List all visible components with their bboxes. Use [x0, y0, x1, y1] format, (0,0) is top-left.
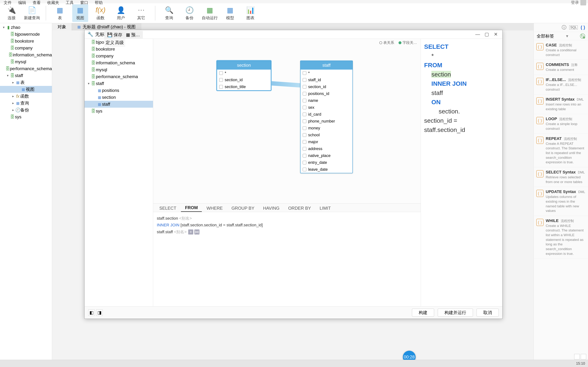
column-row[interactable]: name — [301, 97, 353, 104]
tab-untitled-view[interactable]: ▦无标题 @staff (zhao) - 视图 — [72, 23, 141, 30]
tree-db[interactable]: 🗄information_schema — [0, 51, 52, 58]
layout-a-button[interactable] — [574, 354, 580, 359]
dialog-titlebar[interactable]: 🔧 无标题 - 视图创建工具 — ▢ ✕ — [85, 30, 502, 39]
column-row[interactable]: * — [217, 70, 271, 76]
close-button[interactable]: ✕ — [492, 31, 500, 38]
column-checkbox[interactable] — [303, 168, 306, 171]
menu-view[interactable]: 查看 — [33, 0, 41, 3]
toggle-relations[interactable]: 表关系 — [379, 40, 394, 45]
subtab-advanced[interactable]: 高级 — [115, 40, 124, 45]
menu-help[interactable]: 帮助 — [95, 0, 103, 3]
column-row[interactable]: * — [301, 70, 353, 76]
tool-backup[interactable]: 🕘备份 — [182, 4, 198, 22]
tool-other[interactable]: ⋯其它 — [133, 4, 149, 22]
column-checkbox[interactable] — [303, 154, 306, 158]
dlg-tree-table[interactable]: ▦section — [85, 94, 153, 101]
menu-fav[interactable]: 收藏夹 — [47, 0, 59, 3]
snippet-item[interactable]: ( )REPEAT 流程控制Create A REPEAT construct.… — [534, 134, 588, 167]
dlg-tree-db[interactable]: 🗄performance_schema — [85, 73, 153, 80]
snippet-item[interactable]: ( )WHILE 流程控制Create a WHILE construct. T… — [534, 216, 588, 259]
tool-connection[interactable]: 🔌连接 — [4, 4, 20, 22]
column-checkbox[interactable] — [303, 92, 306, 95]
save-button[interactable]: 💾保存 — [106, 31, 124, 38]
menu-window[interactable]: 窗口 — [80, 0, 88, 3]
column-checkbox[interactable] — [303, 147, 306, 150]
maximize-button[interactable]: ▢ — [483, 31, 490, 38]
column-row[interactable]: leave_date — [301, 166, 353, 173]
snippet-item[interactable]: ( )COMMENTS 注释Create a comment — [534, 60, 588, 75]
tool-view[interactable]: ▦视图 — [72, 4, 88, 22]
dlg-tree-table[interactable]: ▦positions — [85, 87, 153, 94]
tree-db-sys[interactable]: 🗄sys — [0, 113, 52, 120]
column-checkbox[interactable] — [303, 140, 306, 144]
clause-tab-where[interactable]: WHERE — [203, 205, 227, 212]
tree-connection[interactable]: ▾▮zhao — [0, 24, 52, 31]
tab-objects[interactable]: 对象 — [52, 23, 72, 30]
build-run-button[interactable]: 构建并运行 — [438, 309, 473, 317]
column-row[interactable]: staff_id — [301, 76, 353, 83]
from-clause-editor[interactable]: staff.section <别名> INNER JOIN [staff.sec… — [153, 212, 421, 306]
menu-edit[interactable]: 编辑 — [18, 0, 26, 3]
sql-icon[interactable]: SQL — [569, 25, 578, 30]
tree-backup-node[interactable]: ▸🕘备份 — [0, 107, 52, 113]
visual-designer[interactable]: 表关系 字段关… section *section_idsection_titl… — [153, 39, 421, 203]
toggle-fieldrel[interactable]: 字段关… — [398, 40, 417, 45]
column-checkbox[interactable] — [219, 78, 223, 82]
dlg-tree-db[interactable]: 🗄company — [85, 53, 153, 59]
add-join-button[interactable]: + — [188, 229, 193, 234]
toggle-right-panel-button[interactable]: ◨ — [96, 309, 103, 316]
clause-tab-group-by[interactable]: GROUP BY — [227, 205, 258, 212]
column-checkbox[interactable] — [303, 71, 306, 75]
dlg-tree-db[interactable]: 🗄mysql — [85, 66, 153, 73]
clause-tab-limit[interactable]: LIMIT — [316, 205, 335, 212]
column-row[interactable]: money — [301, 125, 353, 132]
column-row[interactable]: positions_id — [301, 90, 353, 97]
tablebox-staff[interactable]: staff *staff_idsection_idpositions_idnam… — [300, 60, 353, 173]
column-checkbox[interactable] — [303, 161, 306, 164]
column-row[interactable]: section_id — [217, 76, 271, 83]
clause-tab-from[interactable]: FROM — [181, 204, 202, 212]
column-checkbox[interactable] — [303, 106, 306, 109]
column-row[interactable]: section_id — [301, 83, 353, 90]
column-row[interactable]: sex — [301, 104, 353, 111]
layout-b-button[interactable] — [581, 354, 586, 359]
tree-db[interactable]: 🗄company — [0, 45, 52, 51]
tree-views-node[interactable]: ▦视图 — [0, 86, 52, 93]
login-area[interactable]: 登录 — [571, 0, 586, 5]
tool-function[interactable]: f(x)函数 — [93, 4, 109, 22]
tree-db-staff[interactable]: ▾🗄staff — [0, 72, 52, 79]
cancel-button[interactable]: 取消 — [476, 309, 499, 317]
dlg-tree-db-staff[interactable]: ▾🗄staff — [85, 80, 153, 87]
clause-tab-order-by[interactable]: ORDER BY — [284, 205, 315, 212]
dlg-tree-table[interactable]: ▦staff — [85, 101, 153, 108]
snippet-item[interactable]: ( )CASE 流程控制Create a conditional constru… — [534, 40, 588, 60]
tree-db[interactable]: 🗄bjpowernode — [0, 31, 52, 38]
column-checkbox[interactable] — [303, 78, 306, 82]
snippet-item[interactable]: ( )INSERT Syntax DMLInsert new rows into… — [534, 94, 588, 114]
add-snippet-button[interactable]: ↻ — [580, 33, 585, 39]
tool-new-query[interactable]: 📄新建查询 — [24, 4, 40, 22]
info-icon[interactable]: ⓘ — [562, 24, 566, 31]
toggle-left-panel-button[interactable]: ◧ — [88, 309, 95, 316]
dlg-tree-db[interactable]: 🗄bookstore — [85, 46, 153, 53]
tree-tables-node[interactable]: ▸▦表 — [0, 79, 52, 86]
dlg-tree-db[interactable]: 🗄sys — [85, 108, 153, 115]
tool-chart[interactable]: 📊图表 — [242, 4, 259, 22]
snippet-item[interactable]: ( )UPDATE Syntax DMLUpdates columns of e… — [534, 187, 588, 216]
brackets-icon[interactable]: ( ) — [580, 25, 585, 30]
column-checkbox[interactable] — [303, 113, 306, 116]
subtab-definition[interactable]: 定义 — [106, 40, 114, 45]
column-row[interactable]: school — [301, 132, 353, 138]
tree-db[interactable]: 🗄bookstore — [0, 38, 52, 45]
menu-tools[interactable]: 工具 — [66, 0, 74, 3]
clause-tab-having[interactable]: HAVING — [259, 205, 284, 212]
snippets-tag-filter[interactable]: 全部标签 ▾ ↻ — [534, 32, 588, 40]
tree-db[interactable]: 🗄performance_schema — [0, 65, 52, 72]
tree-db[interactable]: 🗄mysql — [0, 58, 52, 65]
tool-table[interactable]: ▦表 — [52, 4, 68, 22]
column-checkbox[interactable] — [303, 133, 306, 137]
join-options-button[interactable]: ⋈ — [194, 229, 199, 234]
tool-user[interactable]: 👤用户 — [113, 4, 129, 22]
build-button[interactable]: 构建 — [412, 309, 434, 317]
column-checkbox[interactable] — [219, 85, 223, 89]
